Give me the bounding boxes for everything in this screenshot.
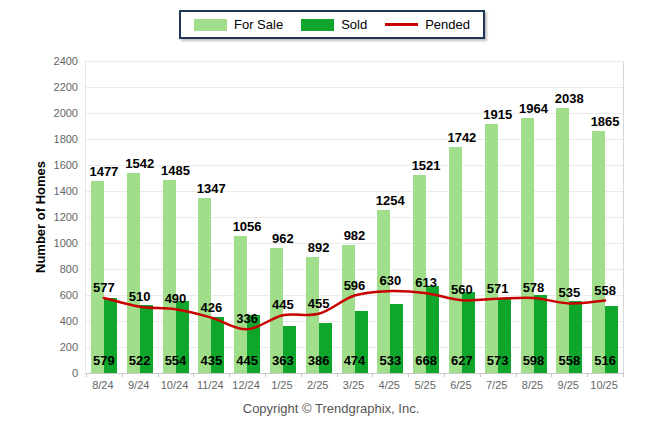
for-sale-bar [556,108,569,373]
for-sale-bar [592,131,605,374]
sold-value-label: 516 [581,354,629,368]
legend-label: Sold [341,17,367,32]
x-minor-tick [623,373,624,377]
y-tick-label: 200 [28,341,78,354]
legend-label: Pended [425,17,470,32]
for-sale-value-label: 1865 [581,115,629,129]
y-tick-label: 1200 [28,211,78,224]
legend-item-pended: Pended [385,17,470,32]
gridline [86,87,623,88]
gridline [86,139,623,140]
for-sale-value-label: 1254 [366,194,414,208]
for-sale-bar [91,181,104,373]
gridline [86,61,623,62]
for-sale-value-label: 1521 [402,159,450,173]
for-sale-bar [413,175,426,373]
for-sale-bar [377,210,390,373]
for-sale-bar [127,173,140,374]
legend-label: For Sale [234,17,283,32]
y-tick-label: 2000 [28,107,78,120]
copyright-text: Copyright © Trendgraphix, Inc. [0,401,646,416]
for-sale-bar [449,147,462,374]
for-sale-bar [485,124,498,373]
for-sale-bar [521,118,534,373]
y-tick-label: 400 [28,315,78,328]
pended-value-label: 455 [295,297,343,311]
x-axis: 8/249/2410/2411/2412/241/252/253/254/255… [85,376,622,394]
x-tick-label: 10/25 [582,379,626,391]
pended-value-label: 336 [223,312,271,326]
y-axis: 0200400600800100012001400160018002000220… [28,61,78,373]
y-tick-label: 1800 [28,133,78,146]
y-tick-label: 1400 [28,185,78,198]
chart-page: For SaleSoldPended Number of Homes 02004… [0,0,646,434]
legend-line-swatch-icon [385,23,418,26]
for-sale-value-label: 1742 [438,131,486,145]
y-tick-label: 2200 [28,81,78,94]
legend-item-for-sale: For Sale [194,17,283,32]
for-sale-bar [163,180,176,373]
legend-color-swatch-icon [194,19,227,31]
pended-value-label: 558 [581,284,629,298]
for-sale-value-label: 2038 [545,92,593,106]
y-tick-label: 1000 [28,237,78,250]
for-sale-bar [198,198,211,373]
legend-color-swatch-icon [301,19,334,31]
y-tick-label: 800 [28,263,78,276]
legend-item-sold: Sold [301,17,367,32]
y-tick-label: 600 [28,289,78,302]
plot-area: 1477579577154252251014855544901347435426… [85,61,624,374]
for-sale-value-label: 1347 [187,182,235,196]
chart-legend: For SaleSoldPended [179,10,485,39]
for-sale-value-label: 982 [331,229,379,243]
for-sale-value-label: 1485 [152,164,200,178]
y-tick-label: 2400 [28,55,78,68]
y-tick-label: 0 [28,367,78,380]
y-tick-label: 1600 [28,159,78,172]
